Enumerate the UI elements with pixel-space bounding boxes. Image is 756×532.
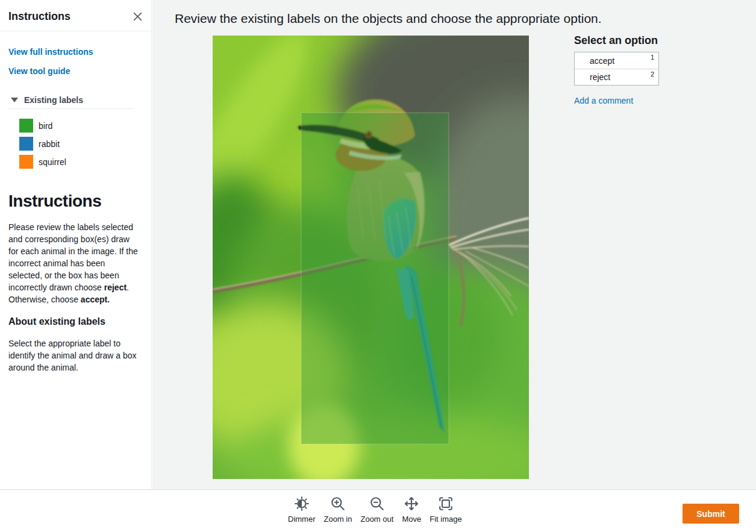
zoom-out-button[interactable]: Zoom out xyxy=(360,495,393,524)
option-reject[interactable]: reject 2 xyxy=(575,69,658,85)
instructions-text: Please review the labels selected and co… xyxy=(8,221,140,305)
label-item-rabbit: rabbit xyxy=(19,137,151,151)
label-legend: bird rabbit squirrel xyxy=(0,119,151,169)
move-button[interactable]: Move xyxy=(402,495,421,524)
instructions-panel-header: Instructions xyxy=(0,0,151,31)
option-panel: Select an option accept 1 reject 2 Add a… xyxy=(574,34,670,106)
existing-labels-toggle[interactable]: Existing labels xyxy=(11,95,143,105)
options-heading: Select an option xyxy=(574,34,670,47)
about-existing-labels-text: Select the appropriate label to identify… xyxy=(8,337,140,374)
label-color-swatch xyxy=(19,119,33,133)
chevron-down-icon xyxy=(11,98,18,102)
view-full-instructions-link[interactable]: View full instructions xyxy=(8,47,143,57)
labeling-workspace: Review the existing labels on the object… xyxy=(152,0,756,489)
tool-label: Dimmer xyxy=(288,515,316,524)
tool-label: Zoom in xyxy=(324,515,352,524)
option-shortcut: 1 xyxy=(651,54,654,61)
bounding-box-bird[interactable] xyxy=(301,113,449,444)
option-label: reject xyxy=(590,72,610,82)
label-name: bird xyxy=(39,121,52,131)
fit-image-icon xyxy=(438,495,454,512)
task-prompt: Review the existing labels on the object… xyxy=(175,11,602,26)
close-icon[interactable] xyxy=(133,11,143,24)
tool-label: Zoom out xyxy=(360,515,393,524)
instruction-links: View full instructions View tool guide xyxy=(0,31,151,76)
add-comment-link[interactable]: Add a comment xyxy=(574,96,633,105)
instructions-panel: Instructions View full instructions View… xyxy=(0,0,152,489)
zoom-in-icon xyxy=(330,495,346,512)
submit-button[interactable]: Submit xyxy=(683,504,739,524)
dimmer-icon xyxy=(294,495,310,512)
label-color-swatch xyxy=(19,137,33,151)
tool-label: Move xyxy=(402,515,421,524)
toolbar-footer: Dimmer Zoom in xyxy=(0,489,756,532)
bird-photo xyxy=(213,36,529,479)
label-color-swatch xyxy=(19,155,33,169)
dimmer-button[interactable]: Dimmer xyxy=(288,495,316,524)
option-accept[interactable]: accept 1 xyxy=(575,52,658,69)
panel-title: Instructions xyxy=(8,10,70,23)
move-icon xyxy=(404,495,419,512)
view-tool-guide-link[interactable]: View tool guide xyxy=(8,66,143,76)
label-name: rabbit xyxy=(39,139,60,149)
label-item-squirrel: squirrel xyxy=(19,155,151,169)
label-name: squirrel xyxy=(39,157,66,167)
option-shortcut: 2 xyxy=(651,70,654,78)
image-tools: Dimmer Zoom in xyxy=(288,495,462,524)
task-image[interactable] xyxy=(213,36,529,479)
fit-image-button[interactable]: Fit image xyxy=(430,495,461,524)
existing-labels-header: Existing labels xyxy=(24,95,83,105)
divider xyxy=(8,108,133,109)
label-item-bird: bird xyxy=(19,119,151,133)
about-existing-labels-heading: About existing labels xyxy=(8,316,143,327)
instructions-heading: Instructions xyxy=(8,192,143,211)
zoom-out-icon xyxy=(369,495,385,512)
option-label: accept xyxy=(590,56,614,66)
tool-label: Fit image xyxy=(430,515,461,524)
options-group: accept 1 reject 2 xyxy=(574,52,659,86)
zoom-in-button[interactable]: Zoom in xyxy=(324,495,352,524)
